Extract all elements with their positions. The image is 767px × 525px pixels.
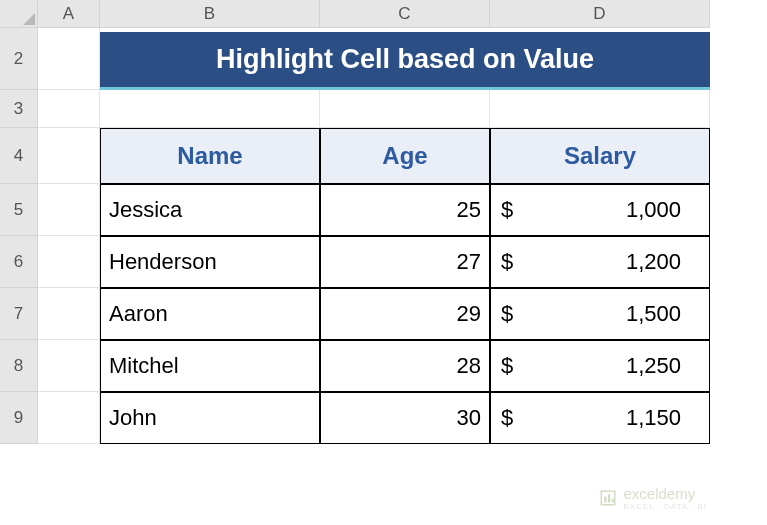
currency-symbol: $ <box>501 353 513 379</box>
svg-rect-2 <box>605 497 607 503</box>
watermark-text: exceldemy <box>623 485 707 502</box>
cell-age-4[interactable]: 30 <box>320 392 490 444</box>
cell-age-3[interactable]: 28 <box>320 340 490 392</box>
col-header-d[interactable]: D <box>490 0 710 28</box>
cell-name-4[interactable]: John <box>100 392 320 444</box>
row-header-7[interactable]: 7 <box>0 288 38 340</box>
table-header-name[interactable]: Name <box>100 128 320 184</box>
svg-rect-1 <box>602 491 616 505</box>
row-header-3[interactable]: 3 <box>0 90 38 128</box>
cell-a9[interactable] <box>38 392 100 444</box>
row-header-8[interactable]: 8 <box>0 340 38 392</box>
col-header-c[interactable]: C <box>320 0 490 28</box>
cell-a4[interactable] <box>38 128 100 184</box>
select-all-icon <box>23 13 35 25</box>
page-title: Highlight Cell based on Value <box>100 32 710 90</box>
table-header-age[interactable]: Age <box>320 128 490 184</box>
cell-a2[interactable] <box>38 28 100 90</box>
row-header-5[interactable]: 5 <box>0 184 38 236</box>
cell-name-1[interactable]: Henderson <box>100 236 320 288</box>
cell-c3[interactable] <box>320 90 490 128</box>
cell-salary-3[interactable]: $ 1,250 <box>490 340 710 392</box>
salary-value: 1,150 <box>626 405 681 431</box>
col-header-a[interactable]: A <box>38 0 100 28</box>
cell-a6[interactable] <box>38 236 100 288</box>
cell-d3[interactable] <box>490 90 710 128</box>
table-header-salary[interactable]: Salary <box>490 128 710 184</box>
watermark-sub: EXCEL · DATA · BI <box>623 502 707 511</box>
cell-age-0[interactable]: 25 <box>320 184 490 236</box>
cell-name-3[interactable]: Mitchel <box>100 340 320 392</box>
svg-marker-0 <box>23 13 35 25</box>
cell-a3[interactable] <box>38 90 100 128</box>
col-header-b[interactable]: B <box>100 0 320 28</box>
cell-age-2[interactable]: 29 <box>320 288 490 340</box>
currency-symbol: $ <box>501 301 513 327</box>
cell-a5[interactable] <box>38 184 100 236</box>
row-header-2[interactable]: 2 <box>0 28 38 90</box>
cell-a7[interactable] <box>38 288 100 340</box>
cell-a8[interactable] <box>38 340 100 392</box>
cell-b3[interactable] <box>100 90 320 128</box>
cell-salary-4[interactable]: $ 1,150 <box>490 392 710 444</box>
svg-rect-3 <box>608 494 610 502</box>
row-header-9[interactable]: 9 <box>0 392 38 444</box>
watermark: exceldemy EXCEL · DATA · BI <box>599 485 707 511</box>
cell-age-1[interactable]: 27 <box>320 236 490 288</box>
spreadsheet-grid: A B C D 2 Highlight Cell based on Value … <box>0 0 767 444</box>
watermark-icon <box>599 489 617 507</box>
salary-value: 1,250 <box>626 353 681 379</box>
cell-name-2[interactable]: Aaron <box>100 288 320 340</box>
salary-value: 1,000 <box>626 197 681 223</box>
cell-name-0[interactable]: Jessica <box>100 184 320 236</box>
svg-rect-4 <box>612 499 614 503</box>
cell-salary-0[interactable]: $ 1,000 <box>490 184 710 236</box>
cell-salary-2[interactable]: $ 1,500 <box>490 288 710 340</box>
salary-value: 1,200 <box>626 249 681 275</box>
cell-salary-1[interactable]: $ 1,200 <box>490 236 710 288</box>
row-header-4[interactable]: 4 <box>0 128 38 184</box>
salary-value: 1,500 <box>626 301 681 327</box>
row-header-6[interactable]: 6 <box>0 236 38 288</box>
currency-symbol: $ <box>501 249 513 275</box>
currency-symbol: $ <box>501 197 513 223</box>
select-all-corner[interactable] <box>0 0 38 28</box>
currency-symbol: $ <box>501 405 513 431</box>
